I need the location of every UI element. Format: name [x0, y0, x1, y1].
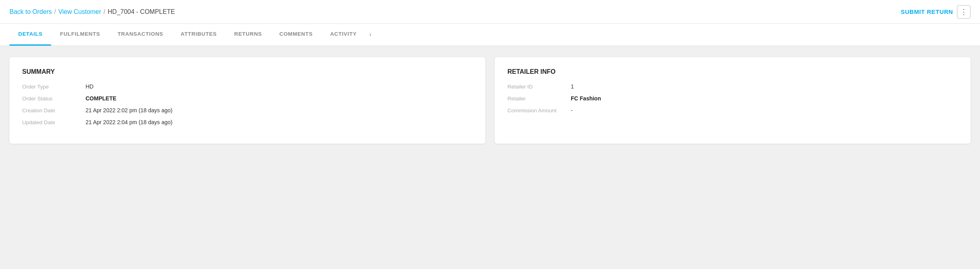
order-status-value: COMPLETE	[86, 95, 116, 102]
tab-fulfilments[interactable]: FULFILMENTS	[51, 23, 109, 46]
retailer-row-id: Retailer ID 1	[507, 83, 958, 90]
commission-amount-value: -	[571, 107, 573, 113]
summary-row-order-status: Order Status COMPLETE	[22, 95, 473, 102]
commission-amount-label: Commission Amount	[507, 108, 571, 113]
updated-date-value: 21 Apr 2022 2:04 pm (18 days ago)	[86, 119, 172, 125]
summary-card: SUMMARY Order Type HD Order Status COMPL…	[10, 57, 485, 144]
retailer-id-label: Retailer ID	[507, 84, 571, 90]
page-title: HD_7004 - COMPLETE	[108, 8, 175, 15]
tabs-bar: DETAILS FULFILMENTS TRANSACTIONS ATTRIBU…	[0, 24, 980, 46]
summary-card-title: SUMMARY	[22, 68, 473, 75]
main-content: SUMMARY Order Type HD Order Status COMPL…	[0, 46, 980, 155]
summary-row-order-type: Order Type HD	[22, 83, 473, 90]
back-to-orders-link[interactable]: Back to Orders	[10, 8, 52, 15]
breadcrumb-sep-2: /	[103, 8, 105, 15]
tab-comments[interactable]: COMMENTS	[271, 23, 321, 46]
tab-transactions[interactable]: TRANSACTIONS	[109, 23, 172, 46]
tab-returns[interactable]: RETURNS	[225, 23, 271, 46]
retailer-card: RETAILER INFO Retailer ID 1 Retailer FC …	[495, 57, 970, 144]
tabs-more-arrow[interactable]: ›	[365, 23, 375, 46]
summary-row-creation-date: Creation Date 21 Apr 2022 2:02 pm (18 da…	[22, 107, 473, 113]
more-options-button[interactable]: ⋮	[957, 5, 970, 19]
creation-date-label: Creation Date	[22, 108, 86, 113]
retailer-id-value: 1	[571, 83, 574, 90]
top-bar: Back to Orders / View Customer / HD_7004…	[0, 0, 980, 24]
retailer-row-name: Retailer FC Fashion	[507, 95, 958, 102]
top-bar-actions: SUBMIT RETURN ⋮	[901, 5, 970, 19]
retailer-name-label: Retailer	[507, 96, 571, 102]
updated-date-label: Updated Date	[22, 119, 86, 125]
summary-row-updated-date: Updated Date 21 Apr 2022 2:04 pm (18 day…	[22, 119, 473, 125]
breadcrumb-sep-1: /	[54, 8, 56, 15]
order-type-value: HD	[86, 83, 93, 90]
tab-details[interactable]: DETAILS	[10, 23, 51, 46]
view-customer-link[interactable]: View Customer	[58, 8, 101, 15]
submit-return-button[interactable]: SUBMIT RETURN	[901, 8, 953, 15]
tab-attributes[interactable]: ATTRIBUTES	[172, 23, 225, 46]
order-status-label: Order Status	[22, 96, 86, 102]
retailer-card-title: RETAILER INFO	[507, 68, 958, 75]
creation-date-value: 21 Apr 2022 2:02 pm (18 days ago)	[86, 107, 172, 113]
tab-activity[interactable]: ACTIVITY	[321, 23, 365, 46]
retailer-row-commission: Commission Amount -	[507, 107, 958, 113]
order-type-label: Order Type	[22, 84, 86, 90]
more-icon: ⋮	[960, 8, 967, 16]
retailer-name-value: FC Fashion	[571, 95, 601, 102]
breadcrumb: Back to Orders / View Customer / HD_7004…	[10, 8, 175, 15]
